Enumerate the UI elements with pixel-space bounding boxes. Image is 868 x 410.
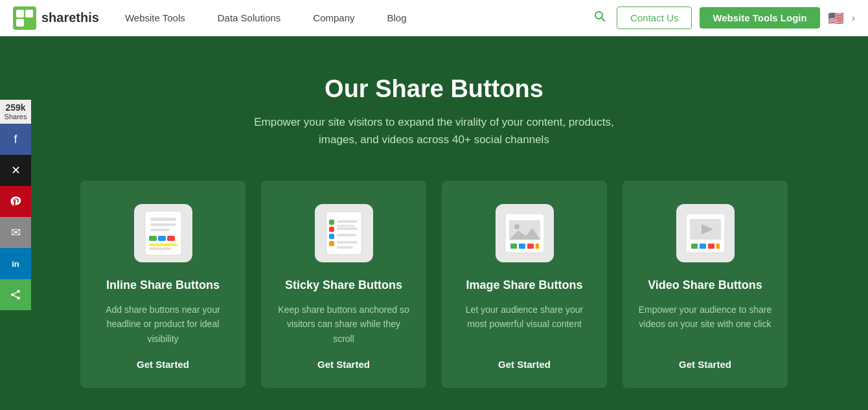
hero-subtitle: Empower your site visitors to expand the… bbox=[52, 113, 816, 148]
nav-blog[interactable]: Blog bbox=[387, 12, 407, 23]
pinterest-share-button[interactable] bbox=[0, 186, 31, 217]
svg-point-8 bbox=[11, 293, 14, 297]
login-button[interactable]: Website Tools Login bbox=[700, 7, 819, 28]
flag-icon: 🇺🇸 bbox=[828, 10, 844, 26]
svg-rect-31 bbox=[337, 246, 353, 249]
svg-rect-39 bbox=[536, 244, 539, 249]
share-count-number: 259k bbox=[4, 102, 27, 113]
svg-rect-38 bbox=[527, 244, 534, 249]
video-icon-wrapper bbox=[676, 204, 735, 262]
search-icon bbox=[593, 10, 606, 23]
svg-line-11 bbox=[14, 292, 17, 294]
linkedin-share-button[interactable]: in bbox=[0, 248, 31, 279]
image-card-desc: Let your audience share your most powerf… bbox=[457, 302, 591, 346]
inline-share-icon bbox=[144, 210, 183, 256]
svg-rect-16 bbox=[149, 236, 157, 241]
navbar: sharethis Website Tools Data Solutions C… bbox=[0, 0, 868, 36]
language-selector[interactable]: 🇺🇸 bbox=[828, 10, 844, 26]
chevron-right-icon: › bbox=[852, 12, 855, 24]
main-content: Our Share Buttons Empower your site visi… bbox=[0, 36, 868, 410]
svg-point-5 bbox=[595, 12, 602, 19]
image-icon-wrapper bbox=[496, 204, 554, 262]
svg-rect-37 bbox=[519, 244, 525, 249]
logo-icon bbox=[13, 6, 36, 30]
svg-rect-22 bbox=[329, 220, 334, 225]
svg-rect-1 bbox=[16, 10, 24, 17]
video-card-title: Video Share Buttons bbox=[648, 278, 762, 293]
svg-rect-45 bbox=[708, 244, 714, 249]
navbar-actions: Contact Us Website Tools Login 🇺🇸 › bbox=[591, 6, 855, 29]
svg-rect-23 bbox=[329, 227, 334, 232]
inline-icon-wrapper bbox=[134, 204, 192, 262]
svg-rect-28 bbox=[337, 227, 358, 230]
sticky-card-desc: Keep share buttons anchored so visitors … bbox=[277, 302, 411, 346]
svg-rect-4 bbox=[25, 19, 33, 27]
image-share-icon bbox=[504, 212, 545, 254]
svg-rect-18 bbox=[167, 236, 175, 241]
svg-rect-2 bbox=[25, 10, 33, 17]
facebook-share-button[interactable]: f bbox=[0, 124, 31, 155]
contact-button[interactable]: Contact Us bbox=[617, 6, 692, 29]
nav-company[interactable]: Company bbox=[313, 12, 354, 23]
svg-rect-15 bbox=[150, 229, 170, 231]
share-count-label: Shares bbox=[4, 113, 27, 121]
svg-rect-46 bbox=[716, 244, 720, 249]
cards-row: Inline Share Buttons Add share buttons n… bbox=[52, 181, 816, 388]
sharethis-share-button[interactable] bbox=[0, 279, 31, 310]
search-button[interactable] bbox=[591, 7, 609, 28]
sticky-icon-wrapper bbox=[315, 204, 373, 262]
inline-card-cta[interactable]: Get Started bbox=[137, 359, 189, 370]
video-share-icon bbox=[685, 212, 726, 254]
svg-rect-25 bbox=[329, 241, 334, 246]
sticky-card-cta[interactable]: Get Started bbox=[317, 359, 370, 370]
pinterest-icon bbox=[10, 196, 21, 207]
svg-point-7 bbox=[17, 290, 20, 293]
video-card-desc: Empower your audience to share videos on… bbox=[638, 302, 772, 346]
svg-rect-14 bbox=[150, 223, 176, 226]
image-card-cta[interactable]: Get Started bbox=[498, 359, 551, 370]
inline-card-desc: Add share buttons near your headline or … bbox=[96, 302, 230, 346]
social-panel: 259k Shares f ✕ ✉ in bbox=[0, 100, 31, 311]
svg-rect-29 bbox=[337, 234, 356, 236]
card-image: Image Share Buttons Let your audience sh… bbox=[442, 181, 607, 388]
twitter-share-button[interactable]: ✕ bbox=[0, 155, 31, 186]
svg-rect-36 bbox=[510, 244, 517, 249]
inline-card-title: Inline Share Buttons bbox=[106, 278, 220, 293]
svg-rect-30 bbox=[337, 241, 358, 244]
svg-line-10 bbox=[14, 296, 17, 298]
card-sticky: Sticky Share Buttons Keep share buttons … bbox=[261, 181, 426, 388]
nav-website-tools[interactable]: Website Tools bbox=[125, 12, 185, 23]
svg-line-6 bbox=[602, 18, 606, 22]
svg-rect-43 bbox=[691, 244, 698, 249]
sharethis-icon bbox=[10, 289, 21, 301]
svg-rect-13 bbox=[150, 218, 176, 221]
share-count: 259k Shares bbox=[0, 100, 31, 124]
sticky-card-title: Sticky Share Buttons bbox=[285, 278, 402, 293]
svg-rect-26 bbox=[337, 220, 358, 223]
svg-rect-20 bbox=[149, 247, 172, 250]
sticky-share-icon bbox=[325, 211, 363, 256]
svg-rect-27 bbox=[337, 225, 355, 227]
video-card-cta[interactable]: Get Started bbox=[679, 359, 731, 370]
card-inline: Inline Share Buttons Add share buttons n… bbox=[80, 181, 246, 388]
svg-point-34 bbox=[514, 224, 520, 229]
svg-rect-44 bbox=[700, 244, 706, 249]
card-video: Video Share Buttons Empower your audienc… bbox=[622, 181, 788, 388]
svg-point-9 bbox=[17, 297, 20, 300]
svg-rect-3 bbox=[16, 19, 24, 27]
email-share-button[interactable]: ✉ bbox=[0, 217, 31, 248]
image-card-title: Image Share Buttons bbox=[466, 278, 582, 293]
svg-rect-19 bbox=[149, 244, 177, 246]
logo-text: sharethis bbox=[41, 10, 99, 25]
svg-rect-24 bbox=[329, 234, 334, 239]
nav-data-solutions[interactable]: Data Solutions bbox=[218, 12, 281, 23]
svg-rect-17 bbox=[158, 236, 166, 241]
svg-rect-0 bbox=[13, 6, 36, 30]
logo[interactable]: sharethis bbox=[13, 6, 99, 30]
hero-section: Our Share Buttons Empower your site visi… bbox=[52, 75, 816, 148]
hero-title: Our Share Buttons bbox=[52, 75, 816, 103]
navbar-links: Website Tools Data Solutions Company Blo… bbox=[125, 12, 591, 23]
